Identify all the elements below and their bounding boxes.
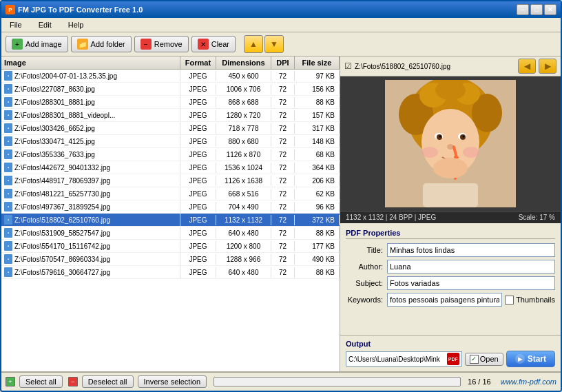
table-row[interactable]: ▪ Z:\Fotos\288301_8881.jpg JPEG 868 x 68… xyxy=(1,96,340,109)
table-row[interactable]: ▪ Z:\Fotos\531909_58527547.jpg JPEG 640 … xyxy=(1,227,340,240)
prop-keywords-input[interactable] xyxy=(387,293,502,307)
file-dimensions: 1280 x 720 xyxy=(216,110,271,121)
start-button[interactable]: ▶ Start xyxy=(506,351,555,367)
minimize-button[interactable]: ─ xyxy=(517,4,529,15)
file-format: JPEG xyxy=(180,241,216,251)
prop-subject-input[interactable] xyxy=(387,276,555,290)
menu-edit[interactable]: Edit xyxy=(34,19,56,30)
move-up-button[interactable]: ▲ xyxy=(244,35,263,53)
col-header-filesize[interactable]: File size xyxy=(295,56,340,69)
file-icon: ▪ xyxy=(4,123,12,133)
file-size: 96 KB xyxy=(295,202,340,212)
file-count: 16 / 16 xyxy=(468,378,491,386)
select-all-button[interactable]: Select all xyxy=(19,375,63,388)
table-row[interactable]: ▪ Z:\Fotos\442672_90401332.jpg JPEG 1536… xyxy=(1,161,340,174)
menu-file[interactable]: File xyxy=(6,19,26,30)
prop-keywords-label: Keywords: xyxy=(346,296,387,304)
thumbnails-checkbox[interactable] xyxy=(505,296,514,305)
file-path: Z:\Fotos\448917_78069397.jpg xyxy=(14,177,110,185)
file-format: JPEG xyxy=(180,123,216,134)
list-header: Image Format Dimensions DPI File size xyxy=(1,56,340,70)
preview-prev-button[interactable]: ◀ xyxy=(518,59,536,74)
clear-icon: ✕ xyxy=(198,39,209,50)
file-list[interactable]: ▪ Z:\Fotos\2004-07-01-13.25.35.jpg JPEG … xyxy=(1,70,340,371)
maximize-button[interactable]: □ xyxy=(530,4,543,15)
file-path: Z:\Fotos\579616_30664727.jpg xyxy=(14,269,110,276)
file-format: JPEG xyxy=(180,176,216,186)
preview-next-button[interactable]: ▶ xyxy=(539,59,556,74)
start-play-icon: ▶ xyxy=(515,354,525,364)
add-image-button[interactable]: + Add image xyxy=(6,36,68,52)
table-row[interactable]: ▪ Z:\Fotos\579616_30664727.jpg JPEG 640 … xyxy=(1,266,340,279)
file-dimensions: 1288 x 966 xyxy=(216,254,271,265)
thumbnails-option[interactable]: Thumbnails xyxy=(505,296,555,305)
file-format: JPEG xyxy=(180,189,216,199)
menu-help[interactable]: Help xyxy=(64,19,88,30)
col-header-format[interactable]: Format xyxy=(180,56,216,69)
prop-subject-label: Subject: xyxy=(346,279,387,287)
prop-author-input[interactable] xyxy=(387,260,555,274)
file-dpi: 72 xyxy=(271,97,295,107)
deselect-all-button[interactable]: Deselect all xyxy=(82,375,134,388)
table-row[interactable]: ▪ Z:\Fotos\288301_8881_videopl... JPEG 1… xyxy=(1,109,340,122)
col-header-dimensions[interactable]: Dimensions xyxy=(216,56,271,69)
table-row[interactable]: ▪ Z:\Fotos\497367_31899254.jpg JPEG 704 … xyxy=(1,200,340,214)
window-title: FM JPG To PDF Converter Free 1.0 xyxy=(18,6,143,14)
file-path: Z:\Fotos\442672_90401332.jpg xyxy=(14,164,110,172)
properties-panel: PDF Properties Title: Author: Subject: K… xyxy=(340,223,561,335)
clear-button[interactable]: ✕ Clear xyxy=(191,36,236,52)
preview-scale: Scale: 17 % xyxy=(519,214,555,221)
svg-point-21 xyxy=(463,147,479,158)
preview-info: 1132 x 1132 | 24 BPP | JPEG Scale: 17 % xyxy=(340,211,561,223)
close-button[interactable]: ✕ xyxy=(544,4,556,15)
output-path-display: C:\Users\Luana\Desktop\Mink PDF xyxy=(346,351,462,367)
table-row[interactable]: ▪ Z:\Fotos\2004-07-01-13.25.35.jpg JPEG … xyxy=(1,70,340,83)
file-dimensions: 1126 x 870 xyxy=(216,149,271,160)
svg-rect-19 xyxy=(423,183,478,207)
file-dpi: 72 xyxy=(271,149,295,160)
svg-point-20 xyxy=(422,147,438,158)
file-size: 317 KB xyxy=(295,123,340,134)
svg-point-18 xyxy=(433,158,468,178)
remove-button[interactable]: − Remove xyxy=(134,36,189,52)
table-row[interactable]: ▪ Z:\Fotos\570547_86960334.jpg JPEG 1288… xyxy=(1,253,340,266)
table-row[interactable]: ▪ Z:\Fotos\554170_15116742.jpg JPEG 1200… xyxy=(1,240,340,253)
select-all-label: Select all xyxy=(25,378,56,386)
file-dpi: 72 xyxy=(271,254,295,265)
file-path: Z:\Fotos\554170_15116742.jpg xyxy=(14,243,110,250)
preview-image xyxy=(385,80,516,207)
move-down-button[interactable]: ▼ xyxy=(264,35,284,53)
start-label: Start xyxy=(528,354,546,364)
file-dimensions: 1126 x 1638 xyxy=(216,176,271,186)
table-row[interactable]: ▪ Z:\Fotos\330471_4125.jpg JPEG 880 x 68… xyxy=(1,135,340,148)
open-button[interactable]: ✓ Open xyxy=(465,353,503,366)
prop-title-input[interactable] xyxy=(387,243,555,257)
table-row[interactable]: ▪ Z:\Fotos\481221_65257730.jpg JPEG 668 … xyxy=(1,187,340,200)
file-dpi: 72 xyxy=(271,110,295,121)
file-path: Z:\Fotos\2004-07-01-13.25.35.jpg xyxy=(14,72,117,80)
svg-point-13 xyxy=(439,136,441,138)
table-row[interactable]: ▪ Z:\Fotos\303426_6652.jpg JPEG 718 x 77… xyxy=(1,122,340,135)
progress-bar xyxy=(214,377,461,386)
file-format: JPEG xyxy=(180,215,216,225)
file-format: JPEG xyxy=(180,71,216,81)
file-size: 68 KB xyxy=(295,149,340,160)
file-dimensions: 640 x 480 xyxy=(216,267,271,278)
col-header-dpi[interactable]: DPI xyxy=(271,56,295,69)
table-row[interactable]: ▪ Z:\Fotos\448917_78069397.jpg JPEG 1126… xyxy=(1,174,340,187)
file-format: JPEG xyxy=(180,267,216,278)
add-folder-button[interactable]: 📁 Add folder xyxy=(71,36,132,52)
inverse-selection-button[interactable]: Inverse selection xyxy=(138,375,207,388)
inverse-selection-label: Inverse selection xyxy=(144,378,201,386)
table-row[interactable]: ▪ Z:\Fotos\518802_62510760.jpg JPEG 1132… xyxy=(1,214,340,227)
file-dimensions: 718 x 778 xyxy=(216,123,271,134)
output-section: Output C:\Users\Luana\Desktop\Mink PDF ✓… xyxy=(340,335,561,371)
table-row[interactable]: ▪ Z:\Fotos\227087_8630.jpg JPEG 1006 x 7… xyxy=(1,83,340,96)
table-row[interactable]: ▪ Z:\Fotos\355336_7633.jpg JPEG 1126 x 8… xyxy=(1,148,340,161)
col-header-image[interactable]: Image xyxy=(1,56,180,69)
file-size: 97 KB xyxy=(295,71,340,81)
file-path: Z:\Fotos\330471_4125.jpg xyxy=(14,138,95,145)
prop-author-row: Author: xyxy=(346,260,555,274)
file-size: 88 KB xyxy=(295,97,340,107)
file-format: JPEG xyxy=(180,202,216,212)
